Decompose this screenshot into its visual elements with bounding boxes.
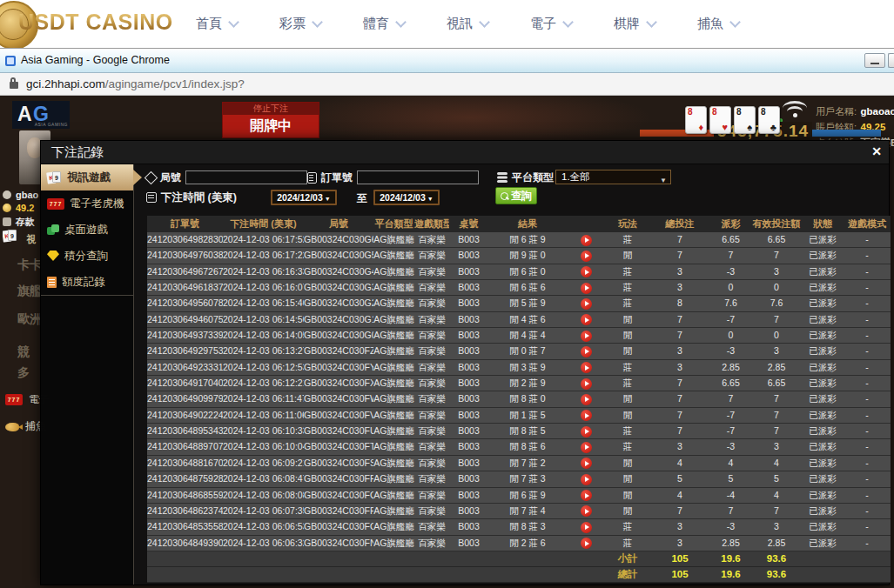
url-text: gci.2hhapi.com/agingame/pcv1/index.jsp?	[26, 73, 245, 95]
platform-select[interactable]: 1.全部 ▼	[555, 170, 671, 184]
play-replay-button[interactable]	[581, 474, 592, 485]
date-from-picker[interactable]: 2024/12/03▼	[271, 190, 337, 205]
cell-valid-bet: 4	[751, 488, 802, 503]
cell-bet-side: 閒	[606, 471, 649, 486]
cell-valid-bet: 7	[751, 504, 802, 518]
chevron-down-icon	[646, 17, 657, 28]
cell-platform: AG旗艦廳	[373, 456, 414, 471]
sidebar-item-2[interactable]: 桌面遊戲	[41, 217, 133, 243]
ag-logo-a: A	[17, 103, 32, 126]
close-icon[interactable]: ✕	[871, 144, 882, 158]
play-replay-button[interactable]	[581, 251, 592, 262]
sidebar-item-4[interactable]: 額度記錄	[41, 269, 133, 295]
cell-bet-time: 2024-12-03 06:07:35	[223, 504, 304, 518]
nav-item-3[interactable]: 視訊	[447, 16, 488, 32]
play-replay-button[interactable]	[581, 426, 592, 438]
site-logo-text: USDT CASINO	[18, 10, 173, 35]
cell-replay	[567, 360, 606, 375]
video-tab-row[interactable]: K9 視	[3, 230, 41, 246]
lobby-menu-item-3[interactable]: 競	[17, 344, 30, 360]
play-replay-button[interactable]	[581, 410, 592, 421]
play-replay-button[interactable]	[581, 346, 592, 357]
play-replay-button[interactable]	[581, 538, 592, 549]
date-to-picker[interactable]: 2024/12/03▼	[373, 190, 440, 205]
play-replay-button[interactable]	[581, 442, 592, 453]
cell-platform: AG旗艦廳	[373, 328, 414, 343]
table-row: 2412030648493902024-12-03 06:06:32GB0032…	[147, 536, 891, 551]
nav-item-4[interactable]: 電子	[530, 16, 572, 32]
address-bar[interactable]: gci.2hhapi.com/agingame/pcv1/index.jsp?	[0, 73, 894, 96]
cell-table-no: B003	[449, 408, 488, 423]
chrome-titlebar: Asia Gaming - Google Chrome	[0, 48, 894, 73]
ag-logo: A G ASIA GAMING	[12, 101, 70, 129]
cell-total-bet: 7	[649, 376, 710, 391]
nav-item-1[interactable]: 彩票	[279, 16, 321, 32]
search-label: 查詢	[511, 189, 532, 204]
cell-mode: -	[844, 488, 891, 503]
subtotal-payout: 19.6	[710, 551, 751, 566]
cell-bet-time: 2024-12-03 06:10:33	[223, 424, 304, 438]
nav-item-2[interactable]: 體育	[363, 16, 405, 32]
cell-bet-side: 閒	[606, 488, 649, 503]
nav-item-5[interactable]: 棋牌	[614, 16, 655, 32]
deposit-icon	[3, 217, 11, 226]
play-replay-button[interactable]	[581, 298, 592, 310]
play-replay-button[interactable]	[581, 362, 592, 373]
column-header-12: 狀態	[802, 216, 844, 232]
lobby-menu-item-0[interactable]: 卡卡	[17, 257, 42, 273]
maximize-button[interactable]	[888, 53, 894, 68]
play-replay-button[interactable]	[581, 394, 592, 405]
cell-valid-bet: 3	[751, 439, 802, 454]
play-replay-button[interactable]	[581, 505, 592, 517]
table-row: 2412030649672672024-12-03 06:16:33GB0032…	[147, 264, 891, 280]
chevron-down-icon	[395, 17, 407, 28]
cell-replay	[567, 376, 606, 391]
cell-bet-time: 2024-12-03 06:08:47	[223, 471, 304, 486]
cell-table-no: B003	[449, 344, 488, 358]
play-replay-button[interactable]	[581, 314, 592, 325]
calendar-icon	[146, 192, 157, 203]
cell-table-no: B003	[449, 471, 488, 486]
search-button[interactable]: 查詢	[495, 187, 537, 204]
cell-game-type: 百家樂	[414, 391, 449, 406]
play-replay-button[interactable]	[581, 283, 592, 294]
playing-card: 8♦	[685, 106, 707, 134]
lobby-menu-item-2[interactable]: 歐洲	[17, 311, 42, 327]
play-replay-button[interactable]	[581, 378, 592, 390]
sidebar-item-3[interactable]: 積分查詢	[41, 243, 133, 269]
play-replay-button[interactable]	[581, 522, 592, 533]
table-games-icon	[47, 224, 59, 236]
play-replay-button[interactable]	[581, 266, 592, 277]
lobby-menu-item-1[interactable]: 旗艦	[17, 284, 42, 299]
cell-payout: -3	[710, 439, 751, 454]
table-row: 2412030649760382024-12-03 06:17:22GB0032…	[147, 248, 891, 264]
select-arrow-icon: ▼	[660, 174, 667, 187]
tag-icon	[145, 170, 158, 184]
play-replay-button[interactable]	[581, 235, 592, 246]
cell-replay	[567, 456, 606, 471]
round-input[interactable]	[185, 170, 307, 184]
minimize-button[interactable]	[864, 53, 885, 68]
cell-table-no: B003	[449, 439, 488, 454]
video-cards-icon: K9	[47, 171, 62, 184]
play-replay-button[interactable]	[581, 458, 592, 469]
column-header-7	[567, 216, 606, 232]
play-replay-button[interactable]	[581, 331, 592, 342]
nav-item-0[interactable]: 首頁	[196, 16, 238, 32]
cell-status: 已派彩	[802, 536, 844, 551]
deposit-button[interactable]: 存款	[3, 213, 41, 229]
cell-table-no: B003	[449, 536, 488, 551]
cell-payout: -4	[710, 488, 751, 503]
subtotal-tail	[802, 551, 891, 566]
play-replay-button[interactable]	[581, 490, 592, 501]
sidebar-item-1[interactable]: 777電子老虎機	[41, 190, 133, 217]
cell-total-bet: 3	[649, 280, 710, 295]
order-input[interactable]	[357, 170, 479, 184]
column-header-0: 訂單號	[147, 216, 223, 232]
lobby-menu-item-4[interactable]: 多	[17, 365, 30, 381]
sidebar-item-0[interactable]: K9視訊遊戲	[41, 164, 133, 190]
total-valid-bet: 93.6	[751, 567, 802, 582]
cell-total-bet: 3	[649, 360, 710, 375]
nav-item-6[interactable]: 捕魚	[697, 16, 739, 32]
total-spacer	[147, 567, 606, 582]
